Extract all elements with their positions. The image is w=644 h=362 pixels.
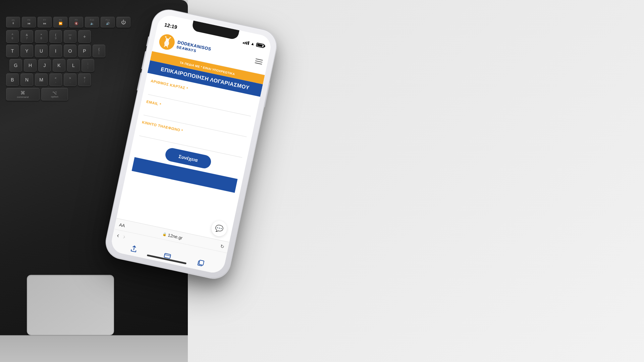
key-n[interactable]: N xyxy=(20,73,33,86)
key-p[interactable]: P xyxy=(78,45,91,57)
key-lt[interactable]: < , xyxy=(49,73,62,86)
key-power[interactable]: ⏻ xyxy=(116,17,130,27)
key-f10[interactable]: F10 🔈 xyxy=(85,17,99,27)
reload-button[interactable]: ↻ xyxy=(220,243,225,249)
key-u[interactable]: U xyxy=(35,45,48,57)
key-i[interactable]: I xyxy=(49,45,62,57)
battery-fill xyxy=(257,44,263,47)
key-k[interactable]: K xyxy=(53,59,65,72)
bar1 xyxy=(243,42,244,44)
key-gt[interactable]: > . xyxy=(64,73,76,86)
wifi-icon: ▲ xyxy=(250,41,255,46)
key-caret[interactable]: ^ 6 xyxy=(6,30,19,43)
logo-svg xyxy=(160,35,174,49)
key-j[interactable]: J xyxy=(38,59,51,72)
key-y[interactable]: Y xyxy=(20,45,33,57)
key-l[interactable]: L xyxy=(67,59,80,72)
forward-arrow[interactable]: › xyxy=(122,233,126,241)
key-f5[interactable]: F5 ⏸ xyxy=(6,17,20,27)
battery-icon xyxy=(256,43,265,48)
signal-bars-icon xyxy=(243,40,250,45)
laptop-bottom xyxy=(0,335,188,362)
key-f8[interactable]: F8 ⏩ xyxy=(53,17,67,27)
key-option[interactable]: ⌥ option xyxy=(41,88,68,101)
chat-icon: 💬 xyxy=(214,224,224,234)
share-icon[interactable] xyxy=(130,245,138,254)
key-f7[interactable]: F7 ⏭ xyxy=(38,17,52,27)
url-text: 12ne.gr xyxy=(167,232,183,240)
hamburger-line-1 xyxy=(256,58,263,61)
svg-line-10 xyxy=(167,46,168,48)
aa-button[interactable]: AA xyxy=(119,222,125,228)
hamburger-menu-icon[interactable] xyxy=(255,58,263,64)
key-command[interactable]: ⌘ command xyxy=(6,88,40,101)
back-arrow[interactable]: ‹ xyxy=(116,231,120,239)
key-o[interactable]: O xyxy=(64,45,76,57)
key-t[interactable]: T xyxy=(6,45,19,57)
key-plus[interactable]: + xyxy=(78,30,91,43)
scene: F5 ⏸ F6 ⏮ F7 ⏭ F8 ⏩ F9 🔇 F10 🔈 xyxy=(0,0,644,362)
key-semicolon[interactable]: : ; xyxy=(82,59,94,72)
key-paren[interactable]: ( 9 xyxy=(49,30,62,43)
logo-text: DODEKANISOS SEAWAYS xyxy=(176,40,212,56)
tabs-icon[interactable] xyxy=(197,259,204,268)
lock-icon: 🔒 xyxy=(162,232,167,236)
hamburger-line-3 xyxy=(255,62,262,65)
key-dash[interactable]: — 0 xyxy=(64,30,76,43)
key-m[interactable]: M xyxy=(35,73,48,86)
key-h[interactable]: H xyxy=(24,59,37,72)
key-amp[interactable]: & 7 xyxy=(20,30,33,43)
status-time: 12:19 xyxy=(164,22,178,30)
hamburger-line-2 xyxy=(255,60,263,63)
key-b[interactable]: B xyxy=(6,73,19,86)
trackpad[interactable] xyxy=(27,275,114,335)
key-f11[interactable]: F11 🔊 xyxy=(101,17,115,27)
key-f9[interactable]: F9 🔇 xyxy=(69,17,83,27)
bar2 xyxy=(245,42,246,44)
svg-rect-13 xyxy=(199,260,204,265)
key-question[interactable]: ? / xyxy=(78,73,91,86)
key-brace-open[interactable]: { [ xyxy=(93,45,105,57)
key-f6[interactable]: F6 ⏮ xyxy=(22,17,36,27)
keyboard: F5 ⏸ F6 ⏮ F7 ⏭ F8 ⏩ F9 🔇 F10 🔈 xyxy=(0,10,137,109)
logo-circle xyxy=(158,33,176,51)
key-g[interactable]: G xyxy=(9,59,22,72)
bar4 xyxy=(248,41,250,45)
key-star[interactable]: * 8 xyxy=(35,30,48,43)
